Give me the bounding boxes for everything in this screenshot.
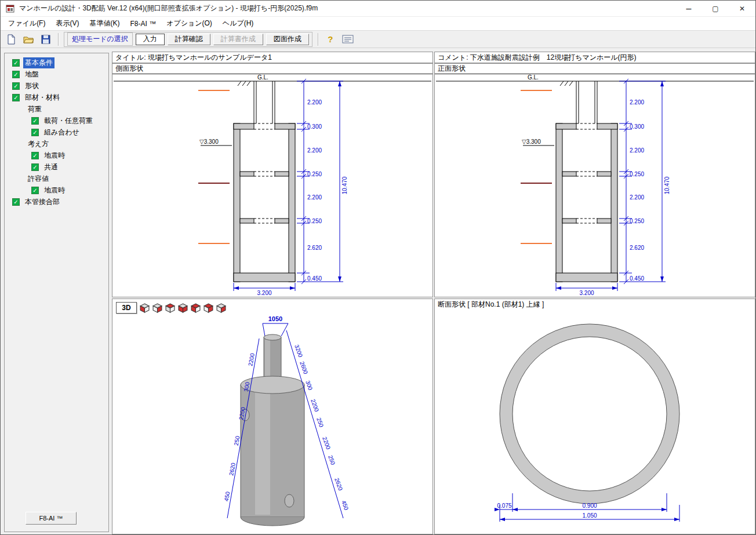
dim-label-total: 10.470: [341, 176, 348, 194]
dim-label: 0.450: [307, 275, 322, 282]
menu-f8ai[interactable]: F8-AI ™: [125, 17, 161, 30]
mode-group: 処理モードの選択 入力 計算確認 計算書作成 図面作成: [64, 32, 312, 47]
checkbox-icon[interactable]: [31, 117, 39, 125]
sidebar-item-surcharge-loads[interactable]: 載荷・任意荷重: [5, 115, 108, 126]
view-cube-icon-5[interactable]: [191, 303, 201, 313]
view-cube-icon-7[interactable]: [216, 303, 226, 313]
calc-check-button[interactable]: 計算確認: [168, 34, 210, 45]
cross-section-panel: 断面形状 [ 部材No.1 (部材1) 上縁 ] 0.075 0.900 1.0…: [434, 299, 755, 534]
3d-model-view[interactable]: 1050 3200 2600 300 2200 250 2200 250 262…: [112, 314, 432, 532]
view-cube-icon-2[interactable]: [152, 303, 162, 313]
toolbar-separator: [318, 33, 318, 46]
dim-label: 0.900: [582, 503, 597, 509]
checkbox-icon[interactable]: [31, 187, 39, 194]
f8ai-button[interactable]: F8-AI ™: [26, 512, 77, 525]
message-button[interactable]: [341, 32, 355, 46]
drawing-create-button[interactable]: 図面作成: [266, 34, 309, 45]
toolbar: 処理モードの選択 入力 計算確認 計算書作成 図面作成 ?: [1, 31, 755, 48]
save-icon: [41, 34, 51, 45]
sidebar-group-allowable-values[interactable]: 許容値: [5, 173, 108, 184]
checkbox-icon[interactable]: [12, 59, 20, 67]
maximize-button[interactable]: [702, 1, 729, 16]
sidebar-group-approach[interactable]: 考え方: [5, 138, 108, 150]
mode-select-label: 処理モードの選択: [67, 32, 133, 46]
sidebar-item-members-materials[interactable]: 部材・材料: [5, 92, 108, 103]
sidebar-item-ground[interactable]: 地盤: [5, 68, 108, 80]
app-icon: [6, 4, 15, 13]
checkbox-icon[interactable]: [31, 163, 39, 171]
comment-strip: コメント: 下水道施設耐震設計例 12現場打ちマンホール(円形): [434, 52, 755, 63]
cross-section-drawing: 0.075 0.900 1.050: [435, 310, 755, 534]
dim-label: 2200: [321, 436, 332, 450]
dim-label: 2.200: [630, 147, 644, 154]
checkbox-icon[interactable]: [12, 94, 20, 101]
ring-inner: [513, 337, 667, 491]
dim-label-total: 10.470: [664, 176, 670, 194]
navigation-tree: 基本条件 地盤 形状 部材・材料 荷重 載荷・任意荷重 組み合わせ 考え方: [4, 53, 109, 532]
dim-label: 250: [315, 417, 325, 428]
sidebar-item-shape[interactable]: 形状: [5, 80, 108, 92]
sidebar-group-loads[interactable]: 荷重: [5, 103, 108, 115]
3d-mode-button[interactable]: 3D: [116, 302, 137, 314]
checkbox-icon[interactable]: [12, 71, 20, 78]
close-button[interactable]: [729, 1, 755, 16]
menu-file[interactable]: ファイル(F): [3, 17, 50, 30]
checkbox-icon[interactable]: [12, 82, 20, 90]
view-cube-icon-1[interactable]: [140, 303, 150, 313]
dim-label: 2.200: [307, 147, 322, 154]
sidebar-item-basic-conditions[interactable]: 基本条件: [5, 57, 108, 68]
view-cube-icon-4[interactable]: [178, 303, 188, 313]
water-level-label: ▽3.300: [199, 139, 219, 145]
gl-label: G.L.: [257, 74, 268, 81]
3d-toolbar: 3D: [112, 299, 432, 314]
dim-label-top: 1050: [268, 315, 282, 322]
dim-label: 0.250: [307, 171, 322, 177]
side-elevation-drawing: G.L. ▽3.300 2.200 0.300: [112, 74, 432, 296]
save-file-button[interactable]: [39, 32, 53, 46]
titlebar: マンホールの設計・3D配筋 Ver.12 (x64)(開口部照査拡張オプション)…: [1, 1, 755, 17]
dim-label: 0.250: [630, 171, 644, 177]
app-window: マンホールの設計・3D配筋 Ver.12 (x64)(開口部照査拡張オプション)…: [0, 0, 756, 535]
side-elevation-label: 側面形状: [112, 64, 432, 74]
checkbox-icon[interactable]: [12, 198, 20, 206]
sidebar-item-allowable-seismic[interactable]: 地震時: [5, 184, 108, 196]
sidebar-item-approach-common[interactable]: 共通: [5, 161, 108, 173]
new-file-button[interactable]: [4, 32, 18, 46]
gl-label: G.L.: [528, 74, 539, 81]
dim-label: 3200: [293, 344, 304, 358]
minimize-button[interactable]: [675, 1, 702, 16]
window-title: マンホールの設計・3D配筋 Ver.12 (x64)(開口部照査拡張オプション)…: [19, 3, 318, 13]
dim-label: 0.250: [307, 218, 322, 224]
view-cube-icon-6[interactable]: [203, 303, 213, 313]
pipe-stub: [285, 494, 294, 507]
sidebar-item-combinations[interactable]: 組み合わせ: [5, 126, 108, 138]
input-mode-button[interactable]: 入力: [136, 34, 165, 45]
menu-options[interactable]: オプション(O): [161, 17, 217, 30]
dim-label: 250: [233, 435, 241, 446]
dim-label: 1.050: [582, 512, 597, 519]
cross-section-label: 断面形状 [ 部材No.1 (部材1) 上縁 ]: [435, 299, 755, 310]
sidebar-item-pipe-connection[interactable]: 本管接合部: [5, 196, 108, 208]
checkbox-icon[interactable]: [31, 152, 39, 159]
dim-label: 2200: [310, 398, 320, 413]
front-elevation-panel: 正面形状 G.L. ▽3.300: [434, 63, 755, 297]
dim-label: 2.620: [307, 245, 322, 251]
view-cube-icon-3[interactable]: [165, 303, 175, 313]
front-elevation-drawing: G.L. ▽3.300 2.200 0.300: [435, 74, 755, 296]
front-elevation-label: 正面形状: [435, 64, 755, 74]
sidebar-item-approach-seismic[interactable]: 地震時: [5, 150, 108, 161]
open-folder-icon: [23, 34, 34, 45]
menu-view[interactable]: 表示(V): [50, 17, 84, 30]
menu-standard-values[interactable]: 基準値(K): [84, 17, 125, 30]
checkbox-icon[interactable]: [31, 129, 39, 136]
toolbar-separator: [58, 33, 59, 46]
title-strip: タイトル: 現場打ちマンホールのサンプルデータ1: [112, 52, 433, 63]
help-button[interactable]: ?: [324, 32, 337, 46]
open-file-button[interactable]: [21, 32, 35, 46]
dim-label: 300: [304, 380, 314, 391]
menu-help[interactable]: ヘルプ(H): [217, 17, 259, 30]
manhole-body-cylinder: [241, 385, 304, 517]
dim-label: 0.075: [497, 503, 511, 509]
dim-label: 0.250: [630, 218, 644, 224]
dim-label-width: 3.200: [579, 290, 594, 296]
